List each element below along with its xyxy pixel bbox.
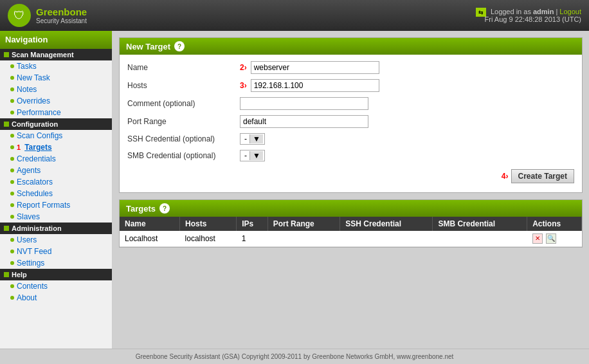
section-label: Scan Management bbox=[12, 51, 74, 59]
delete-icon[interactable]: ✕ bbox=[532, 233, 543, 244]
smb-control-wrap: - ▼ bbox=[240, 150, 265, 161]
search-icon[interactable]: 🔍 bbox=[546, 233, 556, 244]
targets-title: Targets bbox=[126, 204, 156, 214]
section-label: Help bbox=[12, 271, 27, 278]
targets-help-icon[interactable]: ? bbox=[159, 203, 170, 214]
hosts-input[interactable] bbox=[251, 79, 379, 92]
performance-link[interactable]: Performance bbox=[17, 108, 61, 117]
col-actions: Actions bbox=[527, 217, 582, 231]
notes-link[interactable]: Notes bbox=[17, 85, 37, 94]
credentials-link[interactable]: Credentials bbox=[17, 154, 56, 163]
sidebar-item-slaves[interactable]: Slaves bbox=[0, 211, 112, 223]
col-hosts: Hosts bbox=[180, 217, 237, 231]
new-target-body: Name 2› Hosts 3› Comment (opti bbox=[120, 55, 582, 192]
logo-icon: 🛡 bbox=[8, 4, 31, 27]
new-task-link[interactable]: New Task bbox=[17, 73, 50, 82]
about-link[interactable]: About bbox=[17, 293, 37, 302]
sidebar-item-performance[interactable]: Performance bbox=[0, 107, 112, 118]
col-smb-credential: SMB Credential bbox=[433, 217, 527, 231]
cell-actions: ✕ 🔍 bbox=[527, 231, 582, 247]
smb-select-arrow[interactable]: ▼ bbox=[249, 151, 263, 160]
name-input[interactable] bbox=[251, 61, 379, 74]
sidebar-item-users[interactable]: Users bbox=[0, 234, 112, 246]
sidebar-item-tasks[interactable]: Tasks bbox=[0, 60, 112, 72]
overrides-link[interactable]: Overrides bbox=[17, 96, 50, 105]
sidebar-item-targets[interactable]: 1 Targets bbox=[0, 141, 112, 153]
port-range-control-wrap bbox=[240, 115, 368, 128]
table-row: Localhost localhost 1 ✕ 🔍 bbox=[120, 231, 582, 247]
logout-link[interactable]: Logout bbox=[559, 8, 581, 15]
label-comment: Comment (optional) bbox=[127, 99, 240, 108]
logo-text: Greenbone Security Assistant bbox=[36, 6, 87, 24]
tasks-link[interactable]: Tasks bbox=[17, 62, 37, 71]
targets-header: Targets ? bbox=[120, 200, 582, 217]
sidebar-item-nvt-feed[interactable]: NVT Feed bbox=[0, 246, 112, 257]
section-label: Administration bbox=[12, 224, 62, 232]
ssh-select-arrow[interactable]: ▼ bbox=[249, 134, 263, 143]
form-row-name: Name 2› bbox=[127, 61, 574, 74]
cell-hosts: localhost bbox=[180, 231, 237, 247]
nav-dot bbox=[10, 99, 14, 103]
slaves-link[interactable]: Slaves bbox=[17, 212, 40, 221]
new-target-help-icon[interactable]: ? bbox=[174, 41, 185, 51]
sidebar-item-contents[interactable]: Contents bbox=[0, 280, 112, 292]
escalators-link[interactable]: Escalators bbox=[17, 177, 53, 187]
scan-configs-link[interactable]: Scan Configs bbox=[17, 131, 62, 140]
schedules-link[interactable]: Schedules bbox=[17, 189, 53, 198]
header-right: ⇆ Logged in as admin | Logout Fri Aug 9 … bbox=[476, 8, 581, 23]
sidebar-item-report-formats[interactable]: Report Formats bbox=[0, 199, 112, 211]
nav-section-help: Help bbox=[0, 269, 112, 280]
sidebar-item-notes[interactable]: Notes bbox=[0, 84, 112, 95]
sidebar-item-overrides[interactable]: Overrides bbox=[0, 95, 112, 107]
nvt-feed-link[interactable]: NVT Feed bbox=[17, 247, 51, 256]
name-control-wrap: 2› bbox=[240, 61, 379, 74]
sidebar-item-credentials[interactable]: Credentials bbox=[0, 153, 112, 165]
sidebar-item-agents[interactable]: Agents bbox=[0, 165, 112, 176]
contents-link[interactable]: Contents bbox=[17, 282, 48, 291]
step-1-badge: 1 bbox=[17, 143, 21, 151]
smb-select-wrap[interactable]: - ▼ bbox=[240, 150, 265, 161]
nav-dot bbox=[10, 157, 14, 161]
new-target-panel: New Target ? Name 2› Hosts 3› bbox=[119, 37, 583, 193]
sidebar-item-scan-configs[interactable]: Scan Configs bbox=[0, 130, 112, 141]
cell-smb-credential bbox=[433, 231, 527, 247]
label-ssh: SSH Credential (optional) bbox=[127, 134, 240, 143]
agents-link[interactable]: Agents bbox=[17, 166, 41, 175]
nav-dot bbox=[10, 238, 14, 242]
sidebar-item-new-task[interactable]: New Task bbox=[0, 72, 112, 84]
nav-dot bbox=[10, 64, 14, 68]
sidebar-item-about[interactable]: About bbox=[0, 292, 112, 304]
nav-section-configuration: Configuration bbox=[0, 118, 112, 130]
comment-input[interactable] bbox=[240, 97, 368, 110]
section-bullet bbox=[4, 272, 9, 277]
main-layout: Navigation Scan Management Tasks New Tas… bbox=[0, 31, 589, 349]
sidebar-item-escalators[interactable]: Escalators bbox=[0, 176, 112, 188]
sidebar-item-settings[interactable]: Settings bbox=[0, 257, 112, 269]
report-formats-link[interactable]: Report Formats bbox=[17, 201, 70, 210]
create-target-button[interactable]: Create Target bbox=[511, 169, 574, 183]
form-row-ssh: SSH Credential (optional) - ▼ bbox=[127, 133, 574, 145]
nav-dot bbox=[10, 215, 14, 219]
nav-dot bbox=[10, 145, 14, 149]
settings-link[interactable]: Settings bbox=[17, 259, 44, 268]
new-target-header: New Target ? bbox=[120, 38, 582, 55]
nav-dot bbox=[10, 180, 14, 184]
nav-dot bbox=[10, 134, 14, 138]
form-row-comment: Comment (optional) bbox=[127, 97, 574, 110]
ssh-select-wrap[interactable]: - ▼ bbox=[240, 133, 265, 145]
header: 🛡 Greenbone Security Assistant ⇆ Logged … bbox=[0, 0, 589, 31]
sidebar-item-schedules[interactable]: Schedules bbox=[0, 188, 112, 199]
footer-text: Greenbone Security Assistant (GSA) Copyr… bbox=[136, 353, 454, 360]
users-link[interactable]: Users bbox=[17, 235, 37, 244]
step-2-badge: 2› bbox=[240, 63, 247, 72]
table-header-row: Name Hosts IPs Port Range SSH Credential… bbox=[120, 217, 582, 231]
user-info: ⇆ Logged in as admin | Logout bbox=[476, 8, 581, 15]
hosts-control-wrap: 3› bbox=[240, 79, 379, 92]
form-row-smb: SMB Credential (optional) - ▼ bbox=[127, 150, 574, 161]
label-port-range: Port Range bbox=[127, 117, 240, 126]
section-bullet bbox=[4, 122, 9, 127]
footer: Greenbone Security Assistant (GSA) Copyr… bbox=[0, 349, 589, 364]
port-range-input[interactable] bbox=[240, 115, 368, 128]
cell-port-range bbox=[267, 231, 340, 247]
targets-link[interactable]: Targets bbox=[24, 143, 51, 152]
